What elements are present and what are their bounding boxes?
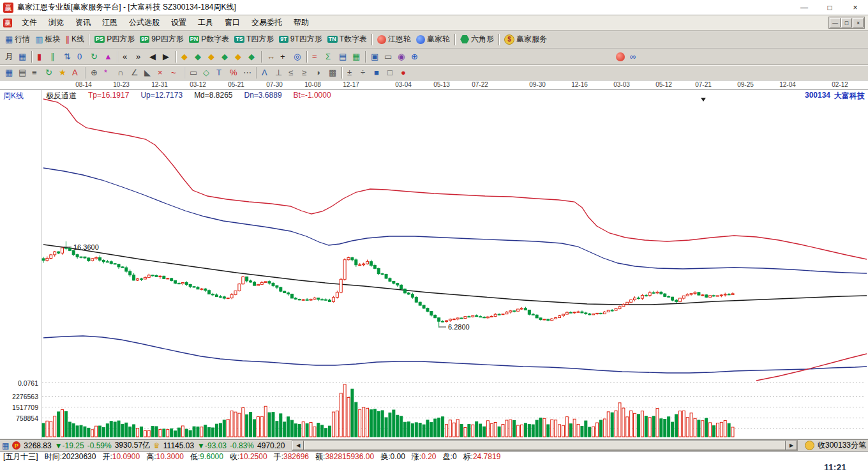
tool-cycle-button[interactable]: ↻: [43, 66, 56, 80]
hand-pan-button[interactable]: ↔: [264, 50, 278, 64]
quotes-button[interactable]: ▦行情: [3, 33, 33, 47]
web-link-button[interactable]: ⊕: [408, 50, 422, 64]
menu-trade-entrust[interactable]: 交易委托: [246, 15, 288, 31]
tool-halfmoon-button[interactable]: ◑: [313, 66, 326, 80]
kline-chart-area[interactable]: 16.36006.2800 周K线 极反通道Tp=16.1917Up=12.71…: [0, 89, 868, 439]
nav-first-button[interactable]: «: [120, 50, 133, 64]
tool-angle-button[interactable]: ∠: [128, 66, 142, 80]
kline-style-1-button[interactable]: ▮: [34, 50, 48, 64]
sh-index-value[interactable]: 3268.83: [24, 441, 51, 450]
tool-lte-button[interactable]: ≤: [286, 66, 299, 80]
save-button[interactable]: ▣: [368, 50, 382, 64]
tool-cross-button[interactable]: ×: [155, 66, 168, 80]
kline-button[interactable]: ∥K线: [63, 33, 87, 47]
tool-label-button[interactable]: T: [214, 66, 227, 80]
snapshot-button[interactable]: ◉: [395, 50, 408, 64]
tool-diamond-button[interactable]: ◇: [200, 66, 214, 80]
mdi-restore-button[interactable]: □: [841, 18, 852, 27]
period-month-button[interactable]: 月: [3, 50, 16, 64]
menu-news[interactable]: 资讯: [70, 15, 96, 31]
tool-plusminus-button[interactable]: ±: [345, 66, 358, 80]
crosshair-button[interactable]: +: [278, 50, 291, 64]
tool-fib-button[interactable]: ⋯: [241, 66, 254, 80]
kline-style-2-button[interactable]: ∥: [48, 50, 61, 64]
tool-panel-button[interactable]: ▤: [16, 66, 29, 80]
tool-gte-button[interactable]: ≥: [299, 66, 313, 80]
sectors-button[interactable]: ▥板块: [33, 33, 63, 47]
tool-solid-box-button[interactable]: ■: [371, 66, 385, 80]
tick-feed-label[interactable]: 收300133分笔: [818, 440, 866, 451]
hexagon-button[interactable]: 六角形: [458, 33, 497, 47]
p-table-button[interactable]: PNP数字表: [186, 33, 232, 47]
nav-prev-button[interactable]: ◀: [147, 50, 160, 64]
menu-file[interactable]: 文件: [16, 15, 43, 31]
menu-formula-picker[interactable]: 公式选股: [123, 15, 165, 31]
zoom-button[interactable]: ◎: [291, 50, 304, 64]
scroll-left-button[interactable]: ◀: [292, 441, 304, 450]
winner-wheel-button[interactable]: 赢家轮: [414, 33, 453, 47]
data-table-button[interactable]: ▦: [350, 50, 363, 64]
tool-peak-button[interactable]: Λ: [259, 66, 273, 80]
scroll-thumb[interactable]: [304, 441, 786, 450]
gann-diamond-6-button[interactable]: ◆: [246, 50, 259, 64]
p-square-button[interactable]: PSP四方形: [92, 33, 137, 47]
tool-asterisk-button[interactable]: *: [101, 66, 115, 80]
maximize-button[interactable]: □: [817, 0, 842, 15]
mdi-close-button[interactable]: ×: [853, 18, 864, 27]
9p-square-button[interactable]: 9P9P四方形: [137, 33, 186, 47]
tool-dot-button[interactable]: ●: [398, 66, 412, 80]
menu-window[interactable]: 窗口: [219, 15, 246, 31]
sz-index-value[interactable]: 11145.03: [163, 441, 194, 450]
gann-diamond-4-button[interactable]: ◆: [219, 50, 232, 64]
tool-shade-button[interactable]: ▩: [326, 66, 340, 80]
mark-flag-button[interactable]: ▲: [101, 50, 115, 64]
tool-wave-button[interactable]: ~: [168, 66, 182, 80]
mdi-minimize-button[interactable]: —: [830, 18, 841, 27]
9t-square-button[interactable]: 9T9T四方形: [276, 33, 325, 47]
nav-next-button[interactable]: ▶: [160, 50, 174, 64]
menu-help[interactable]: 帮助: [288, 15, 315, 31]
kline-chart-canvas[interactable]: 16.36006.2800: [0, 89, 868, 439]
grid-panel-icon[interactable]: ▦: [2, 441, 9, 450]
board-view-button[interactable]: ▦: [16, 50, 29, 64]
chart-panel-button[interactable]: ▤: [336, 50, 350, 64]
menu-browse[interactable]: 浏览: [43, 15, 70, 31]
tool-grid-button[interactable]: ▦: [3, 66, 16, 80]
zero-axis-button[interactable]: 0: [75, 50, 88, 64]
wave-measure-button[interactable]: ≈: [310, 50, 323, 64]
t-square-button[interactable]: TST四方形: [232, 33, 276, 47]
scroll-right-button[interactable]: ▶: [786, 441, 797, 450]
gann-diamond-3-button[interactable]: ◆: [206, 50, 219, 64]
scale-toggle-button[interactable]: ⇅: [61, 50, 75, 64]
gann-diamond-1-button[interactable]: ◆: [179, 50, 192, 64]
tool-text-button[interactable]: A: [70, 66, 83, 80]
close-button[interactable]: ×: [842, 0, 868, 15]
gann-diamond-5-button[interactable]: ◆: [232, 50, 246, 64]
tool-divide-button[interactable]: ÷: [358, 66, 371, 80]
tool-target-button[interactable]: ⊕: [88, 66, 101, 80]
restore-view-button[interactable]: ↻: [88, 50, 101, 64]
menu-gann[interactable]: 江恩: [96, 15, 123, 31]
print-button[interactable]: ▭: [382, 50, 395, 64]
statistics-button[interactable]: Σ: [323, 50, 336, 64]
t-table-button[interactable]: TNT数字表: [325, 33, 370, 47]
menu-settings[interactable]: 设置: [165, 15, 192, 31]
gann-diamond-2-button[interactable]: ◆: [192, 50, 206, 64]
gann-wheel-button[interactable]: 江恩轮: [375, 33, 414, 47]
horizontal-scrollbar[interactable]: ◀ ▶: [292, 440, 798, 451]
tool-hlines-button[interactable]: ≡: [29, 66, 43, 80]
tool-perp-button[interactable]: ⊥: [273, 66, 286, 80]
tool-percent-button[interactable]: %: [227, 66, 241, 80]
minimize-button[interactable]: —: [791, 0, 817, 15]
menu-tools[interactable]: 工具: [192, 15, 219, 31]
tool-rect-button[interactable]: ▭: [187, 66, 200, 80]
tool-star-button[interactable]: ★: [56, 66, 70, 80]
infinity-glasses-button[interactable]: ∞: [627, 50, 641, 64]
taiji-ball-button[interactable]: [613, 50, 627, 64]
p-badge-icon[interactable]: P: [12, 441, 20, 450]
winner-service-button[interactable]: $赢家服务: [502, 33, 550, 47]
tool-hollow-box-button[interactable]: □: [385, 66, 398, 80]
tool-arc-button[interactable]: ∩: [115, 66, 128, 80]
tool-wedge-button[interactable]: ◣: [142, 66, 155, 80]
nav-last-button[interactable]: »: [133, 50, 147, 64]
